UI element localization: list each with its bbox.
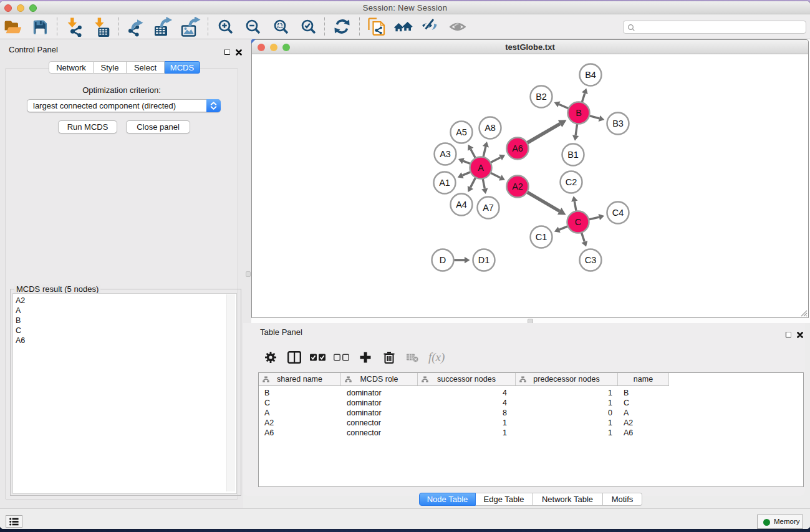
svg-text:A7: A7 [483, 203, 494, 213]
svg-text:A5: A5 [456, 127, 467, 137]
svg-text:A4: A4 [456, 200, 467, 210]
svg-text:B4: B4 [585, 70, 596, 80]
svg-text:B3: B3 [612, 118, 624, 128]
svg-text:C2: C2 [566, 177, 577, 187]
svg-text:C3: C3 [585, 255, 597, 265]
svg-text:A2: A2 [512, 181, 523, 191]
svg-text:D1: D1 [478, 255, 490, 265]
svg-text:C1: C1 [536, 232, 547, 242]
svg-text:C4: C4 [612, 208, 624, 218]
svg-text:B1: B1 [567, 150, 579, 160]
svg-text:D: D [440, 255, 446, 265]
svg-text:B: B [576, 108, 582, 118]
svg-text:A1: A1 [439, 178, 450, 188]
svg-text:A3: A3 [440, 149, 451, 159]
svg-text:A8: A8 [485, 123, 496, 133]
svg-text:A: A [478, 163, 484, 173]
svg-text:B2: B2 [536, 92, 547, 102]
svg-text:C: C [575, 217, 581, 227]
svg-text:A6: A6 [512, 143, 523, 153]
